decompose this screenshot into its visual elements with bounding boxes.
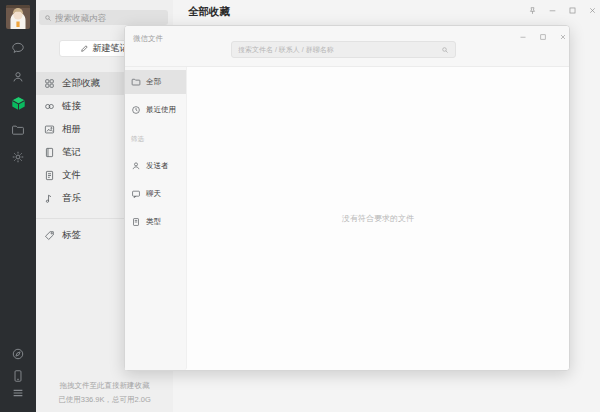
folder-icon (131, 77, 141, 87)
phone-icon (11, 369, 25, 383)
avatar-illustration (6, 5, 30, 29)
folder-icon (11, 123, 25, 137)
sidebar-footer: 拖拽文件至此直接新建收藏 已使用336.9K，总可用2.0G (36, 379, 173, 407)
dialog-close-button[interactable] (555, 30, 571, 44)
dialog-title: 微信文件 (133, 34, 163, 44)
empty-state-text: 没有符合要求的文件 (342, 213, 414, 224)
sidebar-item-label: 标签 (62, 229, 81, 242)
moments-nav-button[interactable] (0, 343, 36, 365)
favorites-search-input[interactable] (55, 13, 163, 23)
storage-info-text: 已使用336.9K，总可用2.0G (36, 393, 173, 407)
sidebar-item-label: 链接 (62, 100, 81, 113)
tag-icon (44, 230, 55, 241)
dialog-nav-label: 全部 (146, 77, 161, 87)
dialog-header: 微信文件 (125, 26, 569, 67)
settings-nav-button[interactable] (0, 146, 36, 168)
app-rail (0, 0, 36, 412)
filter-item-label: 发送者 (146, 161, 169, 171)
photos-icon (44, 124, 55, 135)
window-controls (525, 4, 599, 16)
dialog-nav-all[interactable]: 全部 (125, 70, 186, 94)
sidebar-item-label: 文件 (62, 169, 81, 182)
link-icon (44, 101, 55, 112)
filter-section-label: 筛选 (131, 135, 186, 143)
dialog-results-area: 没有符合要求的文件 (187, 67, 569, 370)
minimize-icon (519, 33, 527, 41)
favorites-search-box[interactable] (39, 10, 168, 25)
pin-icon (528, 6, 537, 15)
close-icon (559, 33, 567, 41)
sidebar-item-label: 相册 (62, 123, 81, 136)
filter-item-label: 类型 (146, 217, 161, 227)
dialog-nav-label: 最近使用 (146, 105, 176, 115)
chat-icon (11, 41, 25, 55)
dialog-window-controls (515, 30, 571, 44)
dialog-nav: 全部 最近使用 筛选 发送者 (125, 67, 187, 370)
favorites-nav-button[interactable] (0, 92, 36, 114)
sender-icon (131, 161, 141, 171)
dialog-nav-recent[interactable]: 最近使用 (125, 98, 186, 122)
more-menu-button[interactable] (0, 382, 36, 404)
menu-icon (11, 386, 25, 400)
pin-window-button[interactable] (525, 4, 539, 16)
maximize-window-button[interactable] (565, 4, 579, 16)
page-title: 全部收藏 (188, 5, 230, 19)
dialog-maximize-button[interactable] (535, 30, 551, 44)
favorites-icon (11, 96, 26, 111)
contacts-icon (11, 70, 25, 84)
dialog-nav-group: 全部 最近使用 (125, 70, 186, 122)
compass-icon (11, 347, 25, 361)
maximize-icon (568, 6, 577, 15)
files-icon (44, 170, 55, 181)
avatar[interactable] (6, 5, 30, 29)
settings-icon (11, 150, 25, 164)
close-window-button[interactable] (585, 4, 599, 16)
drag-hint-text: 拖拽文件至此直接新建收藏 (36, 379, 173, 393)
dialog-filter-group: 发送者 聊天 类型 (125, 154, 186, 234)
grid-icon (44, 78, 55, 89)
sidebar-item-label: 音乐 (62, 192, 81, 205)
filter-item-sender[interactable]: 发送者 (125, 154, 186, 178)
filter-item-type[interactable]: 类型 (125, 210, 186, 234)
pencil-icon (80, 44, 89, 53)
close-icon (588, 6, 597, 15)
filter-item-label: 聊天 (146, 189, 161, 199)
maximize-icon (539, 33, 547, 41)
sidebar-item-label: 笔记 (62, 146, 81, 159)
music-icon (44, 193, 55, 204)
dialog-search-box[interactable] (231, 41, 456, 58)
sidebar-item-label: 全部收藏 (62, 77, 100, 90)
chat-icon (131, 189, 141, 199)
minimize-icon (548, 6, 557, 15)
contacts-nav-button[interactable] (0, 66, 36, 88)
clock-icon (131, 105, 141, 115)
search-icon (441, 46, 449, 54)
minimize-window-button[interactable] (545, 4, 559, 16)
dialog-minimize-button[interactable] (515, 30, 531, 44)
notes-icon (44, 147, 55, 158)
files-nav-button[interactable] (0, 119, 36, 141)
search-icon (44, 14, 52, 22)
dialog-search-input[interactable] (238, 46, 437, 53)
chats-nav-button[interactable] (0, 37, 36, 59)
type-icon (131, 217, 141, 227)
wechat-app-window: 新建笔记 全部收藏 链接 相册 (0, 0, 600, 412)
wechat-files-dialog: 微信文件 (124, 25, 570, 371)
filter-item-chat[interactable]: 聊天 (125, 182, 186, 206)
